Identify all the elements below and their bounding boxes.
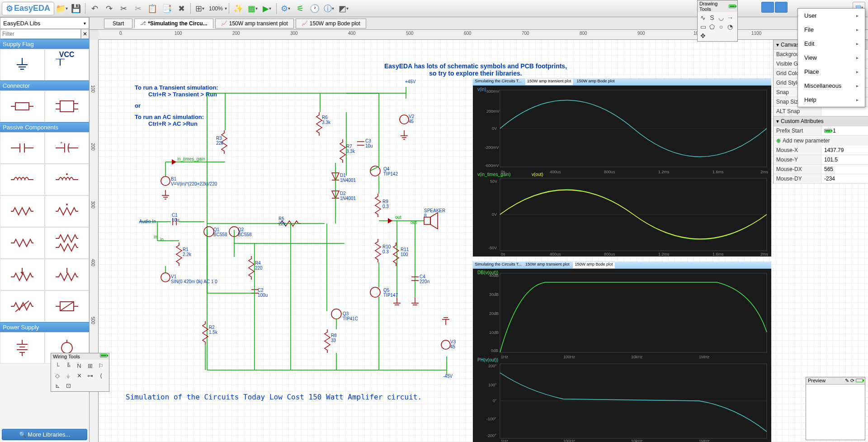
category-power-supply[interactable]: Power Supply — [0, 322, 89, 332]
component-pot2[interactable] — [45, 259, 90, 290]
filter-input[interactable] — [0, 29, 81, 39]
share-button[interactable]: ⚟ — [293, 2, 307, 15]
undo-button[interactable]: ↶ — [88, 2, 101, 15]
arc-tool[interactable]: ◡ — [717, 13, 726, 22]
component-inductor1[interactable] — [0, 164, 45, 195]
label-q3: Q3 TIP41C — [343, 311, 358, 321]
arrow-tool[interactable]: → — [726, 13, 735, 22]
clone-button[interactable]: 📑 — [160, 2, 174, 15]
chart-icon: 📈 — [302, 20, 308, 26]
svg-text:v(out): v(out) — [532, 172, 543, 177]
svg-text:1.2ms: 1.2ms — [658, 170, 670, 174]
pcb-button[interactable]: ▦▾ — [246, 2, 259, 15]
wiring-tools-palette[interactable]: Wiring Tools └ ╚ N ⊞ ⚐ ◇ ⏚ ✕ ⊶ ⟨ ⊾ ⊡ — [51, 353, 109, 392]
logo[interactable]: ⚙EasyEDA — [2, 2, 54, 15]
power-tool[interactable]: ◇ — [52, 371, 63, 380]
menu-edit[interactable]: Edit▸ — [798, 37, 865, 51]
component-capacitor-pol[interactable]: + — [45, 132, 90, 164]
tab-bode[interactable]: 📈150W amp Bode plot — [296, 19, 366, 29]
redo-button[interactable]: ↷ — [102, 2, 116, 15]
menu-misc[interactable]: Miscellaneous▸ — [798, 79, 865, 93]
component-connector-2[interactable] — [45, 90, 90, 122]
wire-tool[interactable]: └ — [52, 361, 63, 371]
libs-header[interactable]: EasyEDA Libs▾ — [0, 17, 89, 29]
netlabel-tool[interactable]: N — [74, 361, 85, 371]
label-r8: R8 33 — [331, 333, 337, 343]
custom-attributes-header[interactable]: ▾ Custom Attributes — [774, 116, 868, 126]
category-passive[interactable]: Passive Components — [0, 122, 89, 132]
wizard-button[interactable]: ✨ — [231, 2, 245, 15]
noconnect-tool[interactable]: ✕ — [74, 371, 85, 380]
component-pot1[interactable] — [0, 259, 45, 290]
tab-simulating[interactable]: ⎇*Simulating the Circu... — [134, 19, 213, 29]
svg-text:+: + — [60, 140, 63, 145]
component-inductor3[interactable] — [0, 195, 45, 227]
mouse-dx-value: 565 — [821, 165, 868, 174]
chevron-right-icon: ▸ — [856, 13, 859, 18]
component-resistor2[interactable] — [45, 227, 90, 259]
tool-panel-2[interactable] — [775, 2, 788, 13]
polygon-tool[interactable]: ⬠ — [708, 22, 717, 31]
info-button[interactable]: ⓘ▾ — [322, 2, 336, 15]
ground-tool[interactable]: ⏚ — [63, 371, 74, 380]
bezier-tool[interactable]: S — [708, 13, 717, 22]
category-connector[interactable]: Connector — [0, 81, 89, 90]
component-resistor1[interactable] — [0, 227, 45, 259]
move-tool[interactable]: ✥ — [698, 31, 708, 40]
pin-tool[interactable]: ⊡ — [63, 380, 74, 390]
tab-transient[interactable]: 📈150W amp transient plot — [215, 19, 294, 29]
drawing-tools-palette[interactable]: Drawing Tools ∿ S ◡ → ▭ ⬠ ○ ◔ ✥ — [697, 0, 738, 42]
chevron-right-icon: ▸ — [856, 83, 859, 88]
component-connector-1[interactable] — [0, 90, 45, 122]
menu-help[interactable]: Help▸ — [798, 93, 865, 107]
svg-point-63 — [204, 227, 214, 237]
component-fuse[interactable] — [45, 290, 90, 322]
delete-button[interactable]: ✖ — [175, 2, 188, 15]
svg-text:200°: 200° — [488, 364, 497, 368]
cut-button[interactable]: ✂ — [117, 2, 130, 15]
add-parameter-button[interactable]: ⊕Add new parameter — [774, 136, 868, 146]
svg-rect-58 — [424, 217, 430, 224]
run-button[interactable]: ▶▾ — [260, 2, 274, 15]
bus-tool[interactable]: ╚ — [63, 361, 74, 371]
component-capacitor[interactable] — [0, 132, 45, 164]
tab-start[interactable]: Start — [104, 19, 132, 29]
label-d1: D1 1N4001 — [340, 173, 356, 183]
theme-button[interactable]: ◩▾ — [337, 2, 350, 15]
netflag-tool[interactable]: ⚐ — [95, 361, 106, 371]
line-tool[interactable]: ∿ — [698, 13, 708, 22]
more-libraries-button[interactable]: 🔍 More Libraries... — [2, 429, 87, 440]
menu-file[interactable]: File▸ — [798, 23, 865, 37]
component-battery[interactable] — [0, 332, 45, 364]
component-inductor4[interactable] — [45, 195, 90, 227]
tool-panel-1[interactable] — [761, 2, 774, 13]
open-button[interactable]: 📁▾ — [55, 2, 68, 15]
align-button[interactable]: ⊞▾ — [193, 2, 207, 15]
save-button[interactable]: 💾 — [69, 2, 83, 15]
paste-button[interactable]: 📋 — [146, 2, 159, 15]
busent-tool[interactable]: ⟨ — [95, 371, 106, 380]
canvas[interactable]: EasyEDA has lots of schematic symbols an… — [99, 40, 868, 442]
menu-view[interactable]: View▸ — [798, 51, 865, 65]
label-d2: D2 1N4001 — [340, 191, 356, 201]
probe-tool[interactable]: ⊾ — [52, 380, 63, 390]
rect-tool[interactable]: ▭ — [698, 22, 708, 31]
filter-clear[interactable]: ✕ — [81, 29, 89, 39]
junction-tool[interactable]: ⊶ — [85, 371, 95, 380]
menu-user[interactable]: User▸ — [798, 9, 865, 23]
settings-button[interactable]: ⚙▾ — [279, 2, 292, 15]
history-button[interactable]: 🕐 — [308, 2, 321, 15]
component-inductor2[interactable] — [45, 164, 90, 195]
battery-icon — [824, 129, 831, 133]
preview-panel[interactable]: Preview✎ ⟳ — [806, 377, 865, 440]
pie-tool[interactable]: ◔ — [726, 22, 735, 31]
zoom-level[interactable]: 100% — [207, 5, 225, 12]
component-gnd[interactable] — [0, 49, 45, 81]
menu-place[interactable]: Place▸ — [798, 65, 865, 79]
netport-tool[interactable]: ⊞ — [85, 361, 95, 371]
category-supply-flag[interactable]: Supply Flag — [0, 39, 89, 49]
component-vcc[interactable]: VCC — [45, 49, 90, 81]
ellipse-tool[interactable]: ○ — [717, 22, 726, 31]
component-varistor[interactable] — [0, 290, 45, 322]
copy-button[interactable]: ✂ — [131, 2, 145, 15]
